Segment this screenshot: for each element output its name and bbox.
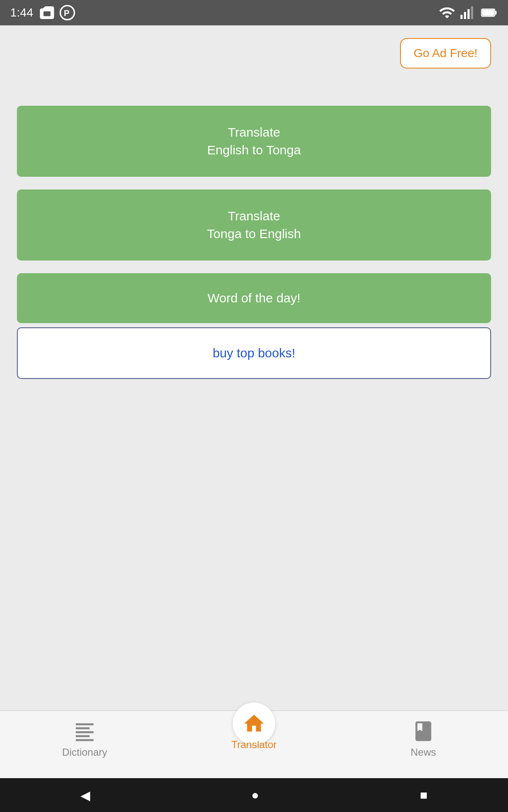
svg-rect-14 bbox=[76, 739, 94, 741]
translator-label: Translator bbox=[231, 739, 276, 751]
translate-tonga-to-eng-button[interactable]: Translate Tonga to English bbox=[17, 189, 491, 261]
status-icons: P bbox=[39, 4, 76, 21]
tab-dictionary[interactable]: Dictionary bbox=[0, 715, 169, 758]
tab-news[interactable]: News bbox=[339, 715, 508, 758]
book-icon bbox=[411, 719, 435, 743]
home-button[interactable]: ● bbox=[251, 788, 259, 802]
go-ad-free-button[interactable]: Go Ad Free! bbox=[400, 38, 491, 69]
status-bar-right bbox=[439, 4, 498, 21]
pocket-icon: P bbox=[59, 4, 76, 21]
list-icon bbox=[73, 719, 97, 743]
svg-rect-5 bbox=[467, 9, 469, 19]
sim-icon bbox=[39, 4, 55, 21]
back-button[interactable]: ◀ bbox=[80, 788, 90, 803]
translate-tonga-eng-line2: Tonga to English bbox=[207, 227, 301, 241]
svg-rect-0 bbox=[43, 11, 50, 16]
translate-eng-to-tonga-button[interactable]: Translate English to Tonga bbox=[17, 106, 491, 177]
status-bar: 1:44 P bbox=[0, 0, 508, 25]
translate-eng-tonga-line2: English to Tonga bbox=[207, 143, 301, 157]
signal-icon bbox=[460, 4, 477, 21]
bottom-nav: Dictionary Translator News bbox=[0, 710, 508, 778]
svg-rect-6 bbox=[471, 6, 473, 19]
word-of-day-button[interactable]: Word of the day! bbox=[17, 273, 491, 323]
android-nav-bar: ◀ ● ■ bbox=[0, 778, 508, 812]
news-label: News bbox=[411, 746, 436, 758]
svg-rect-10 bbox=[76, 723, 94, 725]
translate-tonga-eng-line1: Translate bbox=[228, 209, 280, 223]
svg-rect-8 bbox=[495, 11, 497, 15]
translate-eng-tonga-line1: Translate bbox=[228, 125, 280, 139]
buttons-container: Translate English to Tonga Translate Ton… bbox=[17, 106, 491, 379]
svg-text:P: P bbox=[64, 8, 69, 18]
battery-icon bbox=[481, 4, 498, 21]
translator-circle bbox=[233, 702, 275, 745]
svg-rect-3 bbox=[461, 15, 463, 19]
svg-rect-11 bbox=[76, 727, 90, 730]
svg-rect-4 bbox=[464, 12, 466, 19]
status-time: 1:44 bbox=[10, 6, 33, 19]
tab-translator[interactable]: Translator bbox=[169, 698, 339, 751]
svg-rect-13 bbox=[76, 735, 90, 737]
recent-button[interactable]: ■ bbox=[420, 788, 428, 802]
dictionary-label: Dictionary bbox=[62, 746, 108, 758]
svg-rect-12 bbox=[76, 731, 94, 733]
buy-books-button[interactable]: buy top books! bbox=[17, 327, 491, 379]
wifi-icon bbox=[439, 4, 456, 21]
svg-rect-9 bbox=[482, 10, 494, 16]
home-icon bbox=[242, 712, 266, 735]
main-content: Go Ad Free! Translate English to Tonga T… bbox=[0, 25, 508, 710]
